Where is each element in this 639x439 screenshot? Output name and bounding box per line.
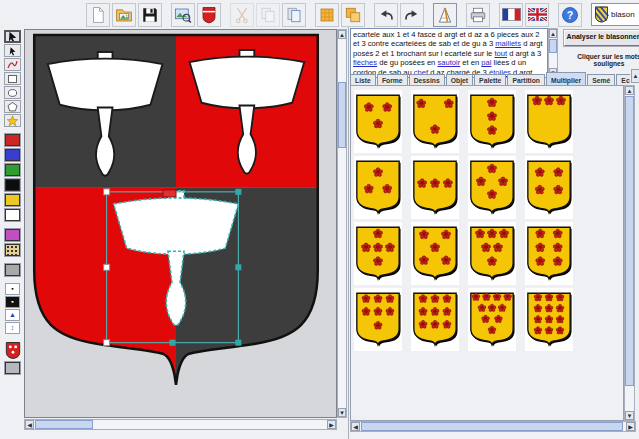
cut-button[interactable] xyxy=(230,3,254,27)
color-purple[interactable] xyxy=(4,228,21,242)
shield-thumbnail-12-poses-3-3-3-3[interactable] xyxy=(525,288,573,351)
pattern-fill-button[interactable] xyxy=(315,3,339,27)
tab-partition[interactable]: Partition xyxy=(507,74,545,85)
help-icon xyxy=(561,6,579,24)
shield-thumbnail-3-en-chef[interactable] xyxy=(525,90,573,153)
grid-vertical-scrollbar[interactable]: ▲ ▼ xyxy=(624,85,635,421)
star-tool[interactable] xyxy=(4,114,21,127)
scroll-up-arrow[interactable]: ▲ xyxy=(338,30,346,39)
select-tool[interactable] xyxy=(4,30,21,43)
palette-extra[interactable] xyxy=(4,361,21,375)
drawing-canvas[interactable] xyxy=(24,29,337,418)
scroll-up-arrow[interactable]: ▲ xyxy=(625,86,634,95)
grid-horizontal-scrollbar[interactable]: ◀ ▶ xyxy=(350,421,636,432)
scroll-up-arrow[interactable]: ▲ xyxy=(549,29,557,38)
copy-icon xyxy=(259,6,277,24)
shield-thumbnail-3-en-fasce[interactable] xyxy=(411,156,459,219)
open-file-button[interactable] xyxy=(112,3,136,27)
format-updown-glyph: ↕ xyxy=(11,323,15,333)
node-select-tool[interactable] xyxy=(4,44,21,57)
tab-dessins[interactable]: Dessins xyxy=(409,74,445,85)
redo-button[interactable] xyxy=(400,3,424,27)
tab-multiplier[interactable]: Multiplier xyxy=(546,72,586,85)
color-green[interactable] xyxy=(4,163,21,177)
arms-preview[interactable] xyxy=(4,340,21,360)
shield-thumbnail-5-en-croix[interactable] xyxy=(354,222,402,285)
scroll-left-arrow[interactable]: ◀ xyxy=(25,420,34,429)
color-yellow-chip xyxy=(5,194,20,206)
scroll-down-arrow[interactable]: ▼ xyxy=(625,411,634,420)
color-red[interactable] xyxy=(4,133,21,147)
tab-objet[interactable]: Objet xyxy=(446,74,473,85)
language-french-button[interactable] xyxy=(499,3,523,27)
polygon-tool[interactable] xyxy=(4,100,21,113)
color-yellow[interactable] xyxy=(4,193,21,207)
tab-scroll-button[interactable]: ▲ xyxy=(631,69,639,83)
rectangle-tool-icon xyxy=(6,73,19,85)
blazon-term-link[interactable]: tout xyxy=(494,49,507,58)
shield-thumbnail-9-poses-3-3-3[interactable] xyxy=(411,288,459,351)
gauge-icon xyxy=(436,6,454,24)
thumbnail-shield xyxy=(355,157,401,217)
tab-liste[interactable]: Liste xyxy=(350,74,376,85)
language-english-button[interactable] xyxy=(525,3,549,27)
print-button[interactable] xyxy=(466,3,490,27)
rectangle-tool[interactable] xyxy=(4,72,21,85)
shield-thumbnail-5-en-sautoir[interactable] xyxy=(411,222,459,285)
scroll-right-arrow[interactable]: ▶ xyxy=(327,420,336,429)
scroll-thumb[interactable] xyxy=(35,420,93,429)
format-updown[interactable]: ↕ xyxy=(5,322,20,334)
blason-combobox[interactable]: blason ▼ xyxy=(591,3,639,26)
scroll-thumb[interactable] xyxy=(625,96,634,386)
color-gray[interactable] xyxy=(4,263,21,277)
pattern-copy-button[interactable] xyxy=(341,3,365,27)
blazon-term-link[interactable]: maillets xyxy=(495,39,521,48)
fur-ermine[interactable] xyxy=(4,243,21,257)
undo-icon xyxy=(377,6,395,24)
scroll-left-arrow[interactable]: ◀ xyxy=(351,422,360,431)
scroll-thumb[interactable] xyxy=(549,39,557,53)
shield-thumbnail-6-poses-3-2-1[interactable] xyxy=(468,222,516,285)
help-button[interactable] xyxy=(558,3,582,27)
color-black-chip xyxy=(5,179,20,191)
save-file-button[interactable] xyxy=(138,3,162,27)
curve-tool[interactable] xyxy=(4,58,21,71)
shield-editor-button[interactable] xyxy=(197,3,221,27)
tab-seme[interactable]: Semé xyxy=(587,74,615,85)
color-blue[interactable] xyxy=(4,148,21,162)
scroll-thumb[interactable] xyxy=(361,422,623,431)
measure-button[interactable] xyxy=(433,3,457,27)
shield-thumbnail-3-poses-1-2[interactable] xyxy=(354,156,402,219)
undo-button[interactable] xyxy=(374,3,398,27)
tab-ecartele[interactable]: Ecartelé xyxy=(616,74,630,85)
scroll-right-arrow[interactable]: ▶ xyxy=(626,422,635,431)
scroll-thumb[interactable] xyxy=(338,82,346,148)
paste-button[interactable] xyxy=(282,3,306,27)
copy-button[interactable] xyxy=(256,3,280,27)
canvas-vertical-scrollbar[interactable]: ▲ ▼ xyxy=(337,29,347,418)
shield-thumbnail-3-ecartes-2-1[interactable] xyxy=(411,90,459,153)
shield-thumbnail-6-poses-2-2-2[interactable] xyxy=(525,222,573,285)
export-image-button[interactable] xyxy=(171,3,195,27)
shield-thumbnail-4-en-losange[interactable] xyxy=(468,156,516,219)
scroll-down-arrow[interactable]: ▼ xyxy=(338,408,346,417)
format-dark[interactable]: ▪ xyxy=(5,296,20,308)
shield-thumbnail-10-poses-4-3-2-1[interactable] xyxy=(468,288,516,351)
tab-palette[interactable]: Palette xyxy=(474,74,506,85)
shield-thumbnail-3-poses-2-1[interactable] xyxy=(354,90,402,153)
thumbnail-shield xyxy=(469,157,515,217)
canvas-horizontal-scrollbar[interactable]: ◀ ▶ xyxy=(24,419,337,430)
shield-thumbnail-4-poses-2-2[interactable] xyxy=(525,156,573,219)
color-black[interactable] xyxy=(4,178,21,192)
coat-of-arms xyxy=(30,31,322,401)
ellipse-tool[interactable] xyxy=(4,86,21,99)
analyse-button[interactable]: Analyser le blasonnement xyxy=(564,30,639,46)
tab-forme[interactable]: Forme xyxy=(377,74,408,85)
rotation-handle[interactable] xyxy=(163,190,176,197)
shield-thumbnail-3-en-pal[interactable] xyxy=(468,90,516,153)
shield-thumbnail-7-poses-3-3-1[interactable] xyxy=(354,288,402,351)
format-light[interactable]: ▪ xyxy=(5,283,20,295)
format-up[interactable]: ▲ xyxy=(5,309,20,321)
new-file-button[interactable] xyxy=(86,3,110,27)
color-white[interactable] xyxy=(4,208,21,222)
